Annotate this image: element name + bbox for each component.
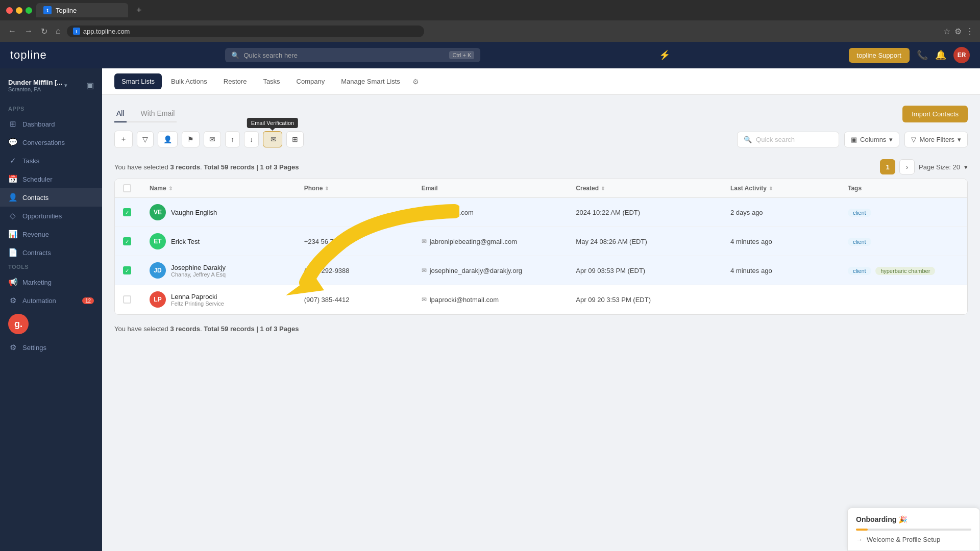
notification-icon[interactable]: 🔔 bbox=[935, 49, 946, 61]
sidebar-item-automation[interactable]: ⚙ Automation 12 bbox=[0, 291, 102, 310]
sidebar-item-conversations[interactable]: 💬 Conversations bbox=[0, 133, 102, 152]
minimize-dot[interactable] bbox=[16, 7, 22, 14]
copy-button[interactable]: ⊞ bbox=[286, 131, 304, 147]
th-created: Created ⇕ bbox=[576, 185, 724, 192]
row4-email: ✉ lpaprocki@hotmail.com bbox=[422, 296, 570, 304]
support-button[interactable]: topline Support bbox=[849, 48, 910, 63]
automation-icon: ⚙ bbox=[8, 296, 17, 305]
person-filter-button[interactable]: 👤 bbox=[158, 131, 178, 147]
page-1-button[interactable]: 1 bbox=[880, 159, 895, 174]
tab-company[interactable]: Company bbox=[289, 73, 332, 89]
reload-button[interactable]: ↻ bbox=[39, 24, 50, 38]
settings-tab-icon[interactable]: ⚙ bbox=[412, 78, 419, 86]
sidebar-item-revenue[interactable]: 📊 Revenue bbox=[0, 225, 102, 243]
sidebar-item-contracts[interactable]: 📄 Contracts bbox=[0, 243, 102, 262]
quick-search-box[interactable]: 🔍 Quick search bbox=[737, 132, 839, 147]
quick-search-placeholder: Quick search bbox=[756, 136, 795, 143]
row1-checkbox[interactable]: ✓ bbox=[123, 208, 131, 216]
sidebar-item-settings[interactable]: ⚙ Settings bbox=[0, 338, 102, 357]
guidde-avatar[interactable]: g. bbox=[8, 314, 29, 334]
upload-button[interactable]: ↑ bbox=[225, 131, 240, 147]
menu-icon[interactable]: ⋮ bbox=[966, 27, 974, 36]
extensions-icon[interactable]: ⚙ bbox=[954, 27, 962, 36]
add-button[interactable]: ＋ bbox=[114, 131, 133, 148]
tab-restore[interactable]: Restore bbox=[216, 73, 254, 89]
filter-tab-with-email[interactable]: With Email bbox=[139, 105, 177, 122]
forward-button[interactable]: → bbox=[22, 24, 35, 38]
row2-avatar: ET bbox=[150, 233, 166, 249]
bookmark-icon[interactable]: ☆ bbox=[943, 27, 950, 36]
row1-name[interactable]: Vaughn English bbox=[171, 209, 217, 216]
filter-tab-all[interactable]: All bbox=[114, 105, 127, 122]
row2-name[interactable]: Erick Test bbox=[171, 238, 200, 245]
tab-bulk-actions[interactable]: Bulk Actions bbox=[164, 73, 214, 89]
email-verify-button[interactable]: ✉ bbox=[263, 131, 282, 147]
row4-checkbox[interactable] bbox=[123, 295, 131, 304]
close-dot[interactable] bbox=[6, 7, 13, 14]
email-verify-wrapper: Email Verification ✉ bbox=[263, 131, 282, 147]
email-button[interactable]: ✉ bbox=[204, 131, 221, 147]
user-avatar[interactable]: ER bbox=[953, 47, 970, 63]
tab-manage-smart-lists[interactable]: Manage Smart Lists bbox=[334, 73, 407, 89]
columns-label: Columns bbox=[860, 136, 886, 143]
row3-name[interactable]: Josephine Darakjy bbox=[171, 264, 226, 271]
revenue-icon: 📊 bbox=[8, 230, 17, 239]
onboarding-item[interactable]: → Welcome & Profile Setup bbox=[856, 536, 971, 543]
workspace-location: Scranton, PA bbox=[8, 86, 62, 92]
select-all-checkbox[interactable] bbox=[123, 184, 131, 192]
bolt-icon[interactable]: ⚡ bbox=[659, 49, 670, 61]
sidebar-item-contacts[interactable]: 👤 Contacts bbox=[0, 188, 102, 207]
opportunities-icon: ◇ bbox=[8, 211, 17, 220]
content-nav-tabs: Smart Lists Bulk Actions Restore Tasks C… bbox=[102, 68, 980, 95]
next-page-button[interactable]: › bbox=[899, 159, 915, 174]
created-sort-icon[interactable]: ⇕ bbox=[601, 186, 605, 191]
name-sort-icon[interactable]: ⇕ bbox=[168, 186, 173, 191]
sidebar-item-tasks[interactable]: ✓ Tasks bbox=[0, 152, 102, 170]
table-row: ✓ VE Vaughn English ✉ v@topline.com bbox=[115, 198, 967, 227]
row3-contact: JD Josephine Darakjy Chanay, Jeffrey A E… bbox=[150, 262, 298, 279]
row3-sub: Chanay, Jeffrey A Esq bbox=[171, 271, 226, 278]
row1-email: ✉ v@topline.com bbox=[422, 209, 570, 216]
page-size-chevron-icon[interactable]: ▾ bbox=[964, 163, 968, 171]
filter-button[interactable]: ▽ bbox=[137, 131, 154, 147]
tab-tasks[interactable]: Tasks bbox=[256, 73, 287, 89]
phone-icon[interactable]: 📞 bbox=[917, 49, 928, 61]
columns-button[interactable]: ▣ Columns ▾ bbox=[844, 132, 899, 147]
sidebar-item-scheduler[interactable]: 📅 Scheduler bbox=[0, 170, 102, 188]
row4-name[interactable]: Lenna Paprocki bbox=[171, 293, 224, 300]
layout-toggle-icon[interactable]: ▣ bbox=[86, 81, 94, 90]
address-bar[interactable]: t app.topline.com bbox=[67, 26, 424, 37]
download-button[interactable]: ↓ bbox=[244, 131, 259, 147]
new-tab-button[interactable]: + bbox=[136, 5, 142, 16]
activity-sort-icon[interactable]: ⇕ bbox=[769, 186, 773, 191]
tag-client: client bbox=[848, 267, 871, 275]
row3-email: ✉ josephine_darakjy@darakjy.org bbox=[422, 267, 570, 274]
contracts-icon: 📄 bbox=[8, 248, 17, 257]
sidebar-item-marketing[interactable]: 📢 Marketing bbox=[0, 273, 102, 291]
global-search[interactable]: 🔍 Quick search here Ctrl + K bbox=[225, 48, 480, 62]
import-contacts-button[interactable]: Import Contacts bbox=[902, 106, 968, 122]
copy-icon: ⊞ bbox=[292, 135, 298, 143]
row2-checkbox[interactable]: ✓ bbox=[123, 237, 131, 245]
sidebar-item-dashboard[interactable]: ⊞ Dashboard bbox=[0, 115, 102, 133]
tab-smart-lists[interactable]: Smart Lists bbox=[114, 73, 162, 89]
home-button[interactable]: ⌂ bbox=[54, 24, 63, 38]
tab-title: Topline bbox=[56, 7, 77, 14]
contacts-icon: 👤 bbox=[8, 193, 17, 202]
browser-tab[interactable]: t Topline bbox=[36, 3, 128, 17]
phone-sort-icon[interactable]: ⇕ bbox=[325, 186, 329, 191]
workspace-selector[interactable]: Dunder Mifflin [... Scranton, PA ▾ ▣ bbox=[0, 74, 102, 96]
sidebar-item-opportunities[interactable]: ◇ Opportunities bbox=[0, 207, 102, 225]
sidebar-item-label: Marketing bbox=[22, 279, 52, 286]
search-placeholder: Quick search here bbox=[243, 52, 445, 59]
row3-checkbox[interactable]: ✓ bbox=[123, 266, 131, 274]
workspace-chevron-icon: ▾ bbox=[64, 82, 67, 89]
flag-button[interactable]: ⚑ bbox=[182, 131, 200, 147]
record-bar-bottom: You have selected 3 records. Total 59 re… bbox=[114, 321, 968, 337]
more-filters-button[interactable]: ▽ More Filters ▾ bbox=[904, 132, 968, 147]
filter-tabs-row: All With Email Import Contacts bbox=[114, 105, 968, 122]
maximize-dot[interactable] bbox=[26, 7, 32, 14]
row1-avatar: VE bbox=[150, 204, 166, 220]
tasks-icon: ✓ bbox=[8, 156, 17, 165]
back-button[interactable]: ← bbox=[6, 24, 18, 38]
